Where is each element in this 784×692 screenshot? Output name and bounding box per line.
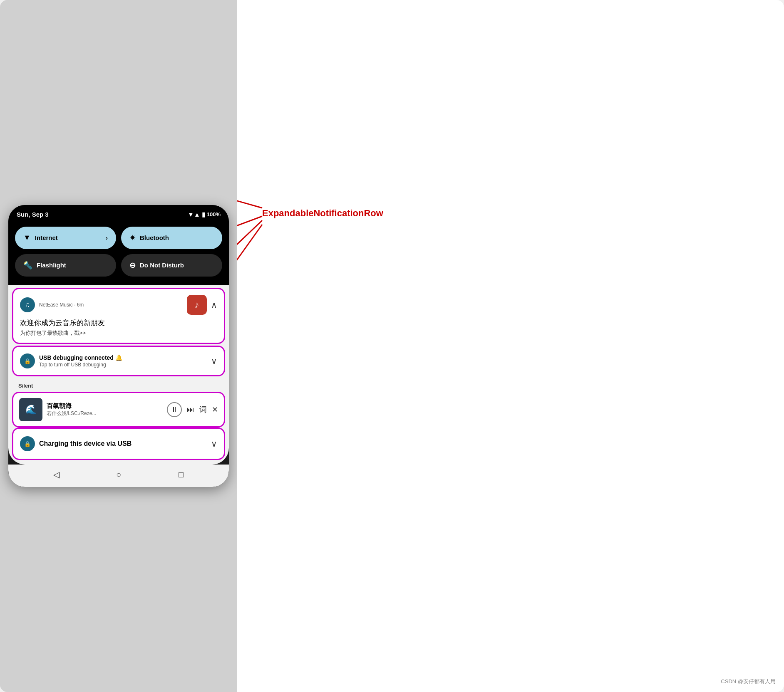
music-pause-button[interactable]: ⏸ <box>167 402 182 417</box>
music-artist: 若什么浅/LSC./Reze... <box>47 410 163 417</box>
music-artwork: 🌊 <box>19 398 42 421</box>
signal-icon: ▼▲ <box>188 211 200 218</box>
chevron-right-icon: › <box>106 235 108 241</box>
tiles-row-2: 🔦 Flashlight ⊖ Do Not Disturb <box>15 254 222 277</box>
expand-icon-charging[interactable]: ∨ <box>211 439 217 449</box>
status-time: Sun, Sep 3 <box>17 211 49 218</box>
charging-icon: 🔒 <box>20 436 35 451</box>
wifi-icon: ▼ <box>23 233 31 242</box>
back-button[interactable]: ◁ <box>50 470 62 479</box>
watermark: CSDN @安仔都有人用 <box>721 678 776 685</box>
netease-header: ♫ NetEase Music · 6m ♪ ∧ <box>20 295 217 315</box>
charging-notification[interactable]: 🔒 Charging this device via USB ∨ <box>13 429 224 459</box>
usb-debug-subtitle: Tap to turn off USB debugging <box>39 362 207 368</box>
quick-tiles: ▼ Internet › ✴ Bluetooth 🔦 Flashlight <box>8 222 229 285</box>
tile-flashlight[interactable]: 🔦 Flashlight <box>15 254 116 277</box>
battery-percent: 100% <box>207 211 221 217</box>
music-next-button[interactable]: ⏭ <box>187 405 194 414</box>
netease-notification[interactable]: ♫ NetEase Music · 6m ♪ ∧ 欢迎你成为云音乐的新朋友 为你… <box>13 289 224 343</box>
music-lyrics-button[interactable]: 词 <box>199 405 207 415</box>
svg-line-2 <box>237 220 262 383</box>
tile-internet[interactable]: ▼ Internet › <box>15 227 116 249</box>
annotation-arrows <box>237 0 784 692</box>
tile-flashlight-label: Flashlight <box>37 262 66 269</box>
music-controls: ⏸ ⏭ 词 ✕ <box>167 402 218 417</box>
tile-internet-label: Internet <box>35 234 58 241</box>
music-notification[interactable]: 🌊 百氣朝海 若什么浅/LSC./Reze... ⏸ ⏭ 词 ✕ <box>13 393 224 426</box>
usb-debug-icon: 🔒 <box>20 353 35 368</box>
netease-logo: ♪ <box>187 295 207 315</box>
status-icons: ▼▲ ▮ 100% <box>188 211 221 218</box>
usb-debug-notification[interactable]: 🔒 USB debugging connected 🔔 Tap to turn … <box>13 347 224 375</box>
netease-app-name: NetEase Music · 6m <box>39 302 183 308</box>
tiles-row-1: ▼ Internet › ✴ Bluetooth <box>15 227 222 249</box>
annotation-label: ExpandableNotificationRow <box>262 208 383 219</box>
phone-panel: Sun, Sep 3 ▼▲ ▮ 100% ▼ Internet › <box>0 0 237 692</box>
flashlight-icon: 🔦 <box>23 261 32 270</box>
page-container: Sun, Sep 3 ▼▲ ▮ 100% ▼ Internet › <box>0 0 784 692</box>
music-close-button[interactable]: ✕ <box>212 405 218 414</box>
netease-subtitle: 为你打包了最热歌曲，戳>> <box>20 329 217 337</box>
recents-button[interactable]: □ <box>175 470 187 479</box>
tile-donotdisturb-label: Do Not Disturb <box>140 262 184 269</box>
tile-donotdisturb[interactable]: ⊖ Do Not Disturb <box>121 254 222 277</box>
svg-line-1 <box>237 216 262 283</box>
svg-line-3 <box>237 225 262 457</box>
tile-bluetooth[interactable]: ✴ Bluetooth <box>121 227 222 249</box>
status-bar: Sun, Sep 3 ▼▲ ▮ 100% <box>8 205 229 222</box>
phone-frame: Sun, Sep 3 ▼▲ ▮ 100% ▼ Internet › <box>8 205 229 487</box>
donotdisturb-icon: ⊖ <box>129 261 136 270</box>
music-title: 百氣朝海 <box>47 402 163 410</box>
nav-bar: ◁ ○ □ <box>8 465 229 487</box>
music-info: 百氣朝海 若什么浅/LSC./Reze... <box>47 402 163 417</box>
netease-app-icon: ♫ <box>20 297 35 312</box>
bluetooth-icon: ✴ <box>129 233 136 242</box>
notification-panel: ♫ NetEase Music · 6m ♪ ∧ 欢迎你成为云音乐的新朋友 为你… <box>8 285 229 465</box>
usb-debug-header: 🔒 USB debugging connected 🔔 Tap to turn … <box>20 353 217 368</box>
silent-label: Silent <box>8 379 229 390</box>
svg-line-0 <box>237 154 262 208</box>
expand-icon-usb[interactable]: ∨ <box>211 356 217 366</box>
right-panel: ExpandableNotificationRow CSDN @安仔都有人用 <box>237 0 784 692</box>
usb-debug-title: USB debugging connected 🔔 <box>39 354 207 361</box>
charging-label: Charging this device via USB <box>39 440 207 447</box>
usb-debug-text: USB debugging connected 🔔 Tap to turn of… <box>39 354 207 368</box>
home-button[interactable]: ○ <box>112 470 125 479</box>
netease-title: 欢迎你成为云音乐的新朋友 <box>20 318 217 328</box>
battery-icon: ▮ <box>202 211 205 218</box>
tile-bluetooth-label: Bluetooth <box>140 234 169 241</box>
expand-icon-netease[interactable]: ∧ <box>211 300 217 310</box>
